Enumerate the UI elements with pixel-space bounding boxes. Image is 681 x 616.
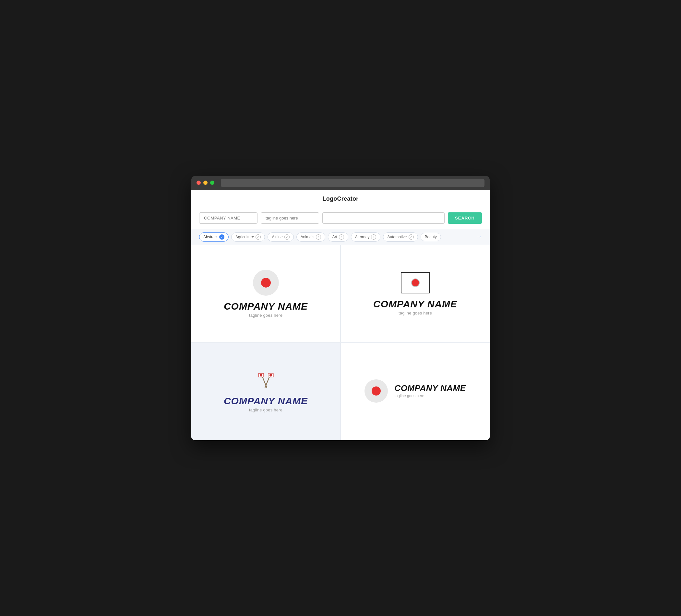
logo1-tagline: tagline goes here (249, 313, 282, 318)
logo2-tagline: tagline goes here (399, 311, 432, 315)
url-bar[interactable] (221, 179, 484, 187)
logo2-red-dot (411, 279, 420, 287)
logo2-company-name: COMPANY NAME (373, 299, 457, 309)
filter-chip-abstract[interactable]: Abstract ✓ (199, 232, 229, 241)
check-icon-automotive: ✓ (409, 234, 414, 239)
browser-content: LogoCreator SEARCH Abstract ✓ Agricultur… (191, 190, 490, 440)
logo-card-2[interactable]: COMPANY NAME tagline goes here (341, 245, 490, 342)
filter-label-automotive: Automotive (387, 235, 407, 239)
filter-label-abstract: Abstract (203, 235, 218, 239)
app-title: LogoCreator (322, 196, 358, 202)
filter-next-arrow[interactable]: → (476, 233, 482, 240)
filter-chip-agriculture[interactable]: Agriculture ✓ (231, 232, 265, 241)
logo3-company-name: COMPANY NAME (224, 395, 308, 406)
check-icon-attorney: ✓ (371, 234, 376, 239)
filter-label-beauty: Beauty (425, 235, 437, 239)
filter-label-attorney: Attorney (355, 235, 370, 239)
logo1-red-dot (261, 278, 271, 288)
svg-point-4 (260, 374, 262, 377)
logo3-tagline: tagline goes here (249, 408, 282, 412)
filter-bar: Abstract ✓ Agriculture ✓ Airline ✓ Anima… (191, 229, 490, 245)
browser-window: LogoCreator SEARCH Abstract ✓ Agricultur… (191, 176, 490, 440)
maximize-button[interactable] (210, 181, 215, 185)
company-name-input[interactable] (199, 212, 257, 224)
logo3-icon (255, 371, 277, 390)
minimize-button[interactable] (203, 181, 207, 185)
logo4-text-block: COMPANY NAME tagline goes here (394, 384, 466, 398)
check-icon-abstract: ✓ (219, 234, 224, 239)
logo4-red-dot (372, 386, 381, 395)
close-button[interactable] (197, 181, 201, 185)
logo-card-3[interactable]: COMPANY NAME tagline goes here (191, 343, 340, 440)
browser-titlebar (191, 176, 490, 190)
filter-label-agriculture: Agriculture (235, 235, 254, 239)
filter-label-art: Art (332, 235, 337, 239)
filter-chip-animals[interactable]: Animals ✓ (296, 232, 326, 241)
logo4-tagline: tagline goes here (394, 393, 466, 398)
filter-chip-beauty[interactable]: Beauty (421, 233, 441, 241)
logo-card-4[interactable]: COMPANY NAME tagline goes here (341, 343, 490, 440)
app-header: LogoCreator (191, 190, 490, 207)
logo-grid: COMPANY NAME tagline goes here COMPANY N… (191, 245, 490, 440)
logo1-icon (253, 270, 279, 296)
check-icon-art: ✓ (339, 234, 344, 239)
logo4-wrapper: COMPANY NAME tagline goes here (364, 379, 466, 403)
check-icon-airline: ✓ (284, 234, 289, 239)
logo4-circle (364, 379, 388, 403)
filter-chip-art[interactable]: Art ✓ (328, 232, 348, 241)
logo1-company-name: COMPANY NAME (224, 301, 308, 312)
check-icon-agriculture: ✓ (255, 234, 261, 239)
search-bar: SEARCH (191, 207, 490, 229)
tagline-input[interactable] (261, 212, 319, 224)
filter-chip-attorney[interactable]: Attorney ✓ (351, 232, 381, 241)
extra-input[interactable] (322, 212, 445, 224)
filter-label-airline: Airline (272, 235, 282, 239)
search-button[interactable]: SEARCH (448, 212, 482, 224)
logo1-outer-circle (253, 270, 279, 296)
filter-chip-automotive[interactable]: Automotive ✓ (383, 232, 418, 241)
filter-chip-airline[interactable]: Airline ✓ (268, 232, 294, 241)
logo2-icon (401, 272, 430, 293)
logo-card-1[interactable]: COMPANY NAME tagline goes here (191, 245, 340, 342)
svg-point-6 (270, 374, 272, 377)
logo4-company-name: COMPANY NAME (394, 384, 466, 393)
filter-label-animals: Animals (301, 235, 314, 239)
check-icon-animals: ✓ (316, 234, 321, 239)
